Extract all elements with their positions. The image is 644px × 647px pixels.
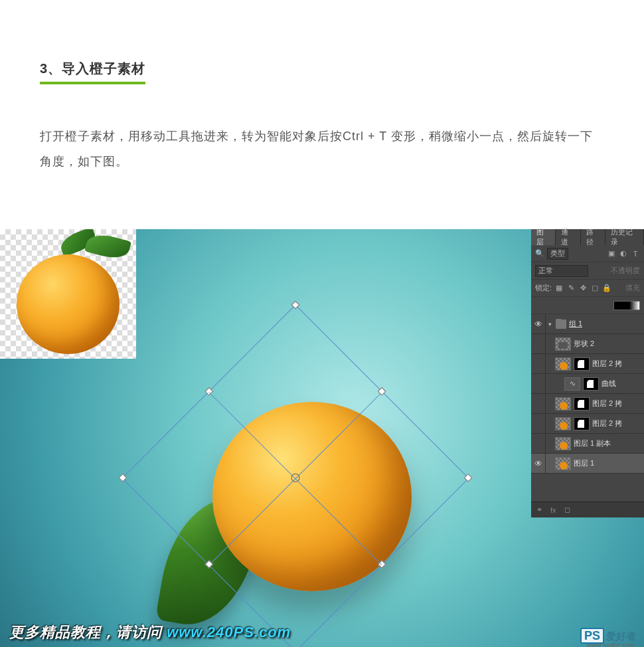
mask-thumbnail: [613, 301, 640, 310]
folder-icon: [556, 320, 566, 329]
layer-content: ∿曲线: [546, 377, 644, 391]
layer-name[interactable]: 图层 2 拷: [592, 418, 622, 428]
layer-name[interactable]: 图层 2 拷: [592, 359, 622, 369]
step-heading: 3、导入橙子素材: [40, 60, 145, 84]
layer-visibility-toggle[interactable]: [531, 434, 546, 453]
fx-icon[interactable]: fx: [550, 506, 556, 514]
layer-visibility-toggle[interactable]: [531, 374, 546, 393]
tutorial-article: 3、导入橙子素材 打开橙子素材，用移动工具拖进来，转为智能对象后按Ctrl + …: [0, 0, 644, 215]
layer-name[interactable]: 图层 2 拷: [592, 399, 622, 409]
orange-source-thumbnail: [0, 229, 136, 359]
layers-panel-footer: ⚭ fx ◻: [531, 502, 644, 517]
layer-name[interactable]: 图层 1 副本: [574, 438, 611, 448]
blend-mode-select[interactable]: 正常: [535, 265, 588, 277]
layer-thumbnail[interactable]: [555, 437, 571, 450]
panel-tabs: 图层 通道 路径 历史记录: [531, 229, 644, 245]
layer-visibility-toggle[interactable]: [531, 414, 546, 433]
blend-mode-row: 正常 不透明度: [531, 262, 644, 280]
layer-content: ▾组 1: [546, 319, 644, 329]
layer-row[interactable]: 图层 2 拷: [531, 394, 644, 414]
layer-content: 图层 1: [546, 457, 644, 470]
image-filter-icon[interactable]: ▣: [607, 249, 616, 258]
fill-label: 填充: [614, 283, 640, 293]
tab-history[interactable]: 历史记录: [605, 229, 644, 245]
layer-row[interactable]: 图层 1 副本: [531, 434, 644, 454]
opacity-label: 不透明度: [591, 266, 640, 276]
layer-visibility-toggle[interactable]: [531, 354, 546, 373]
layer-thumbnail[interactable]: [555, 457, 571, 470]
eye-icon: 👁: [534, 320, 542, 329]
lock-position-icon[interactable]: ✥: [578, 284, 588, 293]
layer-content: 图层 2 拷: [546, 417, 644, 430]
text-filter-icon[interactable]: T: [631, 249, 640, 258]
layer-name[interactable]: 曲线: [602, 379, 616, 389]
layer-thumbnail[interactable]: [555, 397, 571, 411]
layer-thumbnail[interactable]: [555, 337, 571, 351]
layers-panel[interactable]: 图层 通道 路径 历史记录 🔍 类型 ▣ ◐ T 正常 不透明度 锁定: ▦ ✎…: [531, 229, 644, 517]
watermark-text: 更多精品教程，请访问: [9, 624, 162, 640]
layer-name[interactable]: 图层 1: [574, 458, 594, 468]
tab-channels[interactable]: 通道: [556, 229, 580, 245]
layer-mask-thumbnail[interactable]: [574, 417, 590, 430]
transform-handle-side[interactable]: [378, 387, 386, 396]
lock-row: 锁定: ▦ ✎ ✥ ▢ 🔒 填充: [531, 280, 644, 297]
eye-icon: 👁: [534, 459, 542, 468]
layer-visibility-toggle[interactable]: [531, 394, 546, 413]
layers-list: 👁▾组 1形状 2图层 2 拷∿曲线图层 2 拷图层 2 拷图层 1 副本👁图层…: [531, 314, 644, 474]
layer-filter-row: 🔍 类型 ▣ ◐ T: [531, 245, 644, 262]
lock-label: 锁定:: [535, 283, 552, 293]
layer-thumbnail[interactable]: [555, 357, 571, 371]
layer-content: 形状 2: [546, 337, 644, 351]
orange-fruit-transform-target[interactable]: [212, 402, 412, 591]
add-mask-icon[interactable]: ◻: [564, 506, 570, 514]
layer-content: 图层 2 拷: [546, 357, 644, 371]
lock-transparency-icon[interactable]: ▦: [554, 284, 564, 293]
layer-name[interactable]: 形状 2: [574, 339, 594, 349]
search-icon: 🔍: [535, 249, 544, 258]
layer-row[interactable]: 图层 2 拷: [531, 414, 644, 434]
orange-fruit: [17, 254, 120, 354]
lock-artboard-icon[interactable]: ▢: [590, 284, 600, 293]
layer-name[interactable]: 组 1: [569, 319, 582, 329]
lock-all-icon[interactable]: 🔒: [602, 284, 611, 293]
lock-pixels-icon[interactable]: ✎: [566, 284, 576, 293]
watermark-url: www.psahz.com: [587, 642, 635, 647]
filter-type-select[interactable]: 类型: [547, 248, 568, 260]
transform-handle-corner[interactable]: [464, 474, 473, 482]
layer-thumbnail[interactable]: [555, 417, 571, 430]
transform-handle-corner[interactable]: [291, 301, 300, 310]
watermark-link: www.240PS.com: [167, 624, 291, 640]
layer-visibility-toggle[interactable]: [531, 334, 546, 353]
layer-mask-thumbnail[interactable]: [574, 397, 590, 411]
link-layers-icon[interactable]: ⚭: [536, 506, 542, 514]
chevron-down-icon[interactable]: ▾: [548, 321, 552, 327]
layer-row[interactable]: ∿曲线: [531, 374, 644, 394]
layer-row[interactable]: 图层 2 拷: [531, 354, 644, 374]
transform-handle-corner[interactable]: [118, 474, 127, 482]
layer-content: 图层 2 拷: [546, 397, 644, 411]
tab-paths[interactable]: 路径: [581, 229, 605, 245]
transform-handle-side[interactable]: [205, 387, 214, 396]
tutorial-watermark: 更多精品教程，请访问 www.240PS.com: [9, 622, 291, 642]
mask-preview-row: [531, 297, 644, 314]
layer-row[interactable]: 形状 2: [531, 334, 644, 354]
layer-visibility-toggle[interactable]: 👁: [531, 314, 546, 333]
layer-content: 图层 1 副本: [546, 437, 644, 450]
layer-row[interactable]: 👁图层 1: [531, 454, 644, 474]
step-body: 打开橙子素材，用移动工具拖进来，转为智能对象后按Ctrl + T 变形，稍微缩小…: [40, 124, 604, 175]
layer-visibility-toggle[interactable]: 👁: [531, 454, 546, 473]
layer-mask-thumbnail[interactable]: [574, 357, 590, 371]
layer-mask-thumbnail[interactable]: [583, 377, 599, 391]
tab-layers[interactable]: 图层: [531, 229, 556, 245]
layer-row[interactable]: 👁▾组 1: [531, 314, 644, 334]
adjustment-filter-icon[interactable]: ◐: [619, 249, 628, 258]
layer-thumbnail[interactable]: ∿: [564, 377, 580, 391]
